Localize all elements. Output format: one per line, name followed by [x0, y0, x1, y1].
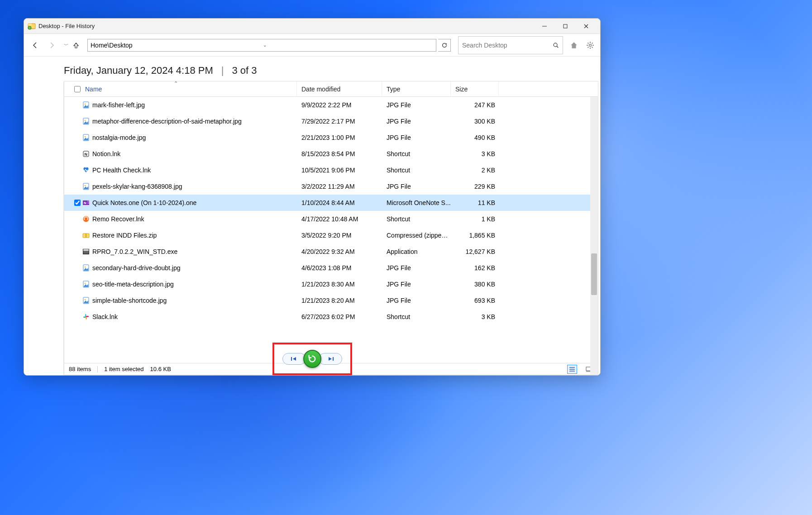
file-name: RPRO_7.0.2.2_WIN_STD.exe: [92, 248, 177, 255]
file-name: nostalgia-mode.jpg: [92, 134, 146, 141]
address-dropdown-icon[interactable]: ⌄: [263, 43, 434, 48]
file-type: Microsoft OneNote S...: [382, 199, 451, 206]
next-version-button[interactable]: [319, 353, 342, 365]
file-name: Quick Notes.one (On 1-10-2024).one: [92, 199, 196, 206]
file-name: Slack.lnk: [92, 313, 118, 320]
maximize-button[interactable]: [555, 19, 576, 33]
scrollbar[interactable]: [590, 97, 598, 375]
home-icon[interactable]: [568, 40, 579, 51]
column-type[interactable]: Type: [382, 81, 451, 96]
file-name: secondary-hard-drive-doubt.jpg: [92, 264, 181, 272]
file-size: 3 KB: [451, 313, 499, 320]
svg-text:N: N: [84, 201, 86, 205]
svg-rect-35: [86, 234, 86, 238]
search-box[interactable]: [458, 36, 563, 54]
svg-rect-29: [87, 200, 89, 202]
table-row[interactable]: NNotion.lnk8/15/2023 8:54 PMShortcut3 KB: [64, 146, 598, 162]
up-button[interactable]: [69, 38, 83, 52]
file-size: 1 KB: [451, 215, 499, 223]
file-date: 1/21/2023 8:20 AM: [297, 297, 382, 304]
version-nav-controls: [272, 343, 352, 375]
search-icon[interactable]: [553, 42, 559, 48]
refresh-button[interactable]: [438, 39, 451, 52]
file-type: JPG File: [382, 118, 451, 125]
address-bar[interactable]: Home\Desktop ⌄: [87, 39, 436, 52]
file-type: JPG File: [382, 297, 451, 304]
file-icon: [82, 183, 90, 190]
column-headers: ⌃ Name Date modified Type Size: [64, 81, 598, 97]
file-icon: N: [82, 150, 90, 157]
sort-indicator-icon: ⌃: [174, 81, 178, 86]
file-size: 11 KB: [451, 199, 499, 206]
forward-button[interactable]: [45, 38, 58, 52]
table-row[interactable]: nostalgia-mode.jpg2/21/2023 1:00 PMJPG F…: [64, 129, 598, 146]
svg-line-16: [592, 43, 593, 43]
file-date: 2/21/2023 1:00 PM: [297, 134, 382, 141]
file-name: mark-fisher-left.jpg: [92, 101, 145, 109]
previous-version-button[interactable]: [282, 353, 306, 365]
status-selected: 1 item selected: [104, 366, 143, 372]
table-row[interactable]: secondary-hard-drive-doubt.jpg4/6/2023 1…: [64, 260, 598, 276]
app-icon: [28, 22, 36, 30]
svg-line-17: [588, 47, 588, 48]
svg-rect-37: [83, 249, 89, 251]
table-row[interactable]: simple-table-shortcode.jpg1/21/2023 8:20…: [64, 292, 598, 309]
file-date: 4/17/2022 10:48 AM: [297, 215, 382, 223]
recent-dropdown-icon[interactable]: ﹀: [64, 42, 68, 48]
table-row[interactable]: RPRO_7.0.2.2_WIN_STD.exe4/20/2022 9:32 A…: [64, 243, 598, 260]
file-icon: [82, 232, 90, 239]
table-row[interactable]: PC Health Check.lnk10/5/2021 9:06 PMShor…: [64, 162, 598, 178]
search-input[interactable]: [462, 42, 553, 49]
file-name: PC Health Check.lnk: [92, 167, 151, 174]
table-row[interactable]: metaphor-difference-description-of-said-…: [64, 113, 598, 129]
table-row[interactable]: mark-fisher-left.jpg9/9/2022 2:22 PMJPG …: [64, 97, 598, 113]
svg-rect-56: [333, 357, 334, 361]
table-row[interactable]: Remo Recover.lnk4/17/2022 10:48 AMShortc…: [64, 211, 598, 227]
file-icon: [82, 101, 90, 109]
minimize-button[interactable]: [534, 19, 555, 33]
file-icon: [82, 248, 90, 255]
titlebar: Desktop - File History: [24, 19, 600, 34]
file-size: 12,627 KB: [451, 248, 499, 255]
file-history-window: Desktop - File History ﹀ Home\Desktop ⌄: [24, 18, 601, 376]
gear-icon[interactable]: [585, 40, 596, 51]
file-date: 3/5/2022 9:20 PM: [297, 232, 382, 239]
file-size: 1,865 KB: [451, 232, 499, 239]
restore-button[interactable]: [303, 350, 321, 368]
svg-rect-4: [564, 24, 567, 28]
close-button[interactable]: [576, 19, 597, 33]
scroll-thumb[interactable]: [591, 253, 597, 295]
column-size[interactable]: Size: [451, 81, 499, 96]
file-list: ⌃ Name Date modified Type Size mark-fish…: [64, 81, 598, 375]
file-size: 693 KB: [451, 297, 499, 304]
file-type: JPG File: [382, 183, 451, 190]
file-icon: [82, 281, 90, 288]
version-header: Friday, January 12, 2024 4:18 PM | 3 of …: [64, 57, 600, 81]
row-checkbox[interactable]: [74, 200, 81, 206]
file-type: JPG File: [382, 134, 451, 141]
table-row[interactable]: Slack.lnk6/27/2023 6:02 PMShortcut3 KB: [64, 309, 598, 325]
select-all-checkbox[interactable]: [74, 86, 81, 92]
file-icon: [82, 118, 90, 125]
file-icon: [82, 134, 90, 141]
svg-rect-47: [83, 317, 86, 318]
file-name: Notion.lnk: [92, 150, 120, 157]
file-name: metaphor-difference-description-of-said-…: [92, 118, 242, 125]
toolbar: ﹀ Home\Desktop ⌄: [24, 34, 600, 57]
column-date[interactable]: Date modified: [297, 81, 382, 96]
table-row[interactable]: Restore INDD Files.zip3/5/2022 9:20 PMCo…: [64, 227, 598, 243]
back-button[interactable]: [29, 38, 42, 52]
file-size: 229 KB: [451, 183, 499, 190]
table-row[interactable]: seo-title-meta-description.jpg1/21/2023 …: [64, 276, 598, 292]
table-row[interactable]: NQuick Notes.one (On 1-10-2024).one1/10/…: [64, 195, 598, 211]
file-date: 1/21/2023 8:30 AM: [297, 281, 382, 288]
file-date: 10/5/2021 9:06 PM: [297, 167, 382, 174]
svg-rect-1: [28, 24, 32, 25]
details-view-button[interactable]: [567, 365, 577, 374]
file-icon: [82, 297, 90, 304]
svg-point-9: [589, 44, 592, 46]
file-name: Restore INDD Files.zip: [92, 232, 157, 239]
column-name[interactable]: Name: [81, 81, 297, 96]
table-row[interactable]: pexels-skylar-kang-6368908.jpg3/2/2022 1…: [64, 178, 598, 195]
svg-point-27: [85, 185, 86, 186]
